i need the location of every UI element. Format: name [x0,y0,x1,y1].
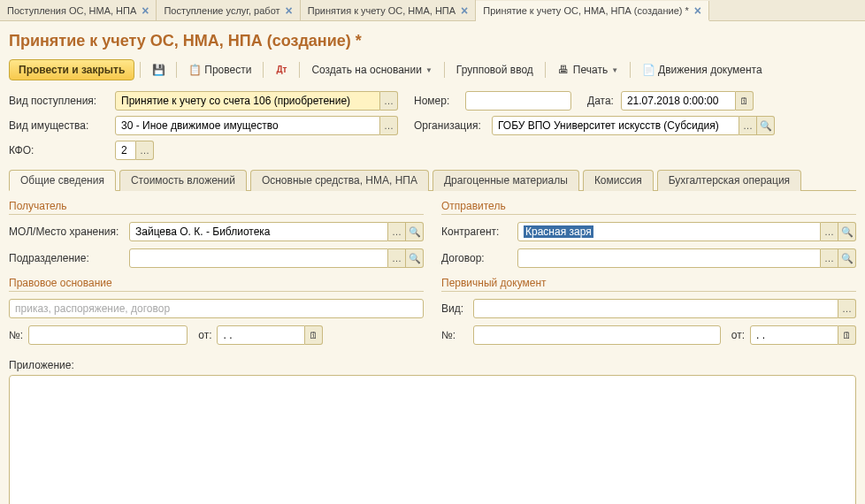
inner-tab-precious[interactable]: Драгоценные материалы [432,170,579,191]
legal-basis-input[interactable] [9,299,424,318]
dt-kt-button[interactable]: Дт [269,60,294,80]
separator [140,62,141,78]
select-button[interactable]: … [380,116,398,135]
printer-icon: 🖶 [557,64,570,76]
open-button[interactable]: 🔍 [838,248,856,268]
tab-label: Поступление услуг, работ [164,5,279,16]
select-button[interactable]: … [380,91,398,111]
primary-vid-input[interactable] [473,299,838,318]
post-label: Провести [204,64,251,76]
dtkt-icon: Дт [275,64,287,76]
date-input[interactable] [621,91,736,111]
separator [176,62,177,78]
create-based-button[interactable]: Создать на основании ▼ [305,60,438,80]
calendar-button[interactable]: 🗓 [305,325,323,345]
window-tabbar: Поступления ОС, НМА, НПА × Поступление у… [0,0,865,21]
chevron-down-icon: ▼ [425,66,432,74]
legal-group: Правовое основание [9,277,424,292]
post-and-close-button[interactable]: Провести и закрыть [9,59,134,80]
separator [444,62,445,78]
vid-postupleniya-input[interactable] [115,91,380,111]
separator [630,62,631,78]
tab-item[interactable]: Поступление услуг, работ × [157,0,300,20]
select-button[interactable]: … [821,222,838,241]
primary-ot-label: от: [731,329,745,341]
movements-label: Движения документа [658,64,762,76]
legal-num-label: №: [9,329,23,341]
separator [545,62,546,78]
dogovor-label: Договор: [441,252,512,264]
close-icon[interactable]: × [286,4,293,18]
create-based-label: Создать на основании [311,64,422,76]
inner-tab-assets[interactable]: Основные средства, НМА, НПА [250,170,429,191]
recipient-group: Получатель [9,200,424,215]
close-icon[interactable]: × [142,4,149,18]
post-button[interactable]: 📋 Провести [182,60,257,80]
movements-button[interactable]: 📄 Движения документа [636,60,769,80]
vid-imushestva-input[interactable] [115,116,380,135]
document-icon: 📄 [642,64,654,76]
sender-group: Отправитель [441,200,856,215]
date-label: Дата: [587,95,614,107]
select-button[interactable]: … [838,299,856,318]
vid-imushestva-label: Вид имущества: [9,119,108,132]
select-button[interactable]: … [388,248,406,268]
kontr-label: Контрагент: [441,225,512,238]
podr-input[interactable] [129,248,388,268]
chevron-down-icon: ▼ [611,66,618,74]
calendar-button[interactable]: 🗓 [838,325,856,345]
calendar-button[interactable]: 🗓 [736,91,754,111]
nomer-input[interactable] [465,91,571,111]
select-button[interactable]: … [739,116,757,135]
close-icon[interactable]: × [461,4,468,18]
tab-item[interactable]: Принятия к учету ОС, НМА, НПА × [301,0,477,20]
calendar-icon: 🗓 [309,330,318,340]
legal-num-input[interactable] [28,325,188,345]
org-label: Организация: [414,119,485,132]
inner-tabbar: Общие сведения Стоимость вложений Основн… [9,169,856,191]
tab-item-active[interactable]: Принятие к учету ОС, НМА, НПА (создание)… [476,1,709,21]
legal-date-input[interactable] [217,325,305,345]
group-input-button[interactable]: Групповой ввод [450,60,540,80]
close-icon[interactable]: × [694,4,701,18]
primary-num-input[interactable] [473,325,721,345]
select-button[interactable]: … [821,248,838,268]
kfo-label: КФО: [9,144,108,157]
open-button[interactable]: 🔍 [757,116,775,135]
primary-date-input[interactable] [750,325,838,345]
toolbar: Провести и закрыть 💾 📋 Провести Дт Созда… [9,59,856,80]
attachment-area[interactable] [9,375,856,504]
save-button[interactable]: 💾 [146,60,171,80]
calendar-icon: 🗓 [739,95,749,106]
print-button[interactable]: 🖶 Печать ▼ [551,60,624,80]
floppy-icon: 💾 [152,64,165,76]
inner-tab-accounting[interactable]: Бухгалтерская операция [657,170,801,191]
open-button[interactable]: 🔍 [406,248,424,268]
magnifier-icon: 🔍 [841,253,854,264]
inner-tab-cost[interactable]: Стоимость вложений [119,170,247,191]
select-button[interactable]: … [136,141,154,160]
magnifier-icon: 🔍 [760,120,772,132]
podr-label: Подразделение: [9,252,124,264]
kfo-input[interactable] [115,141,136,160]
magnifier-icon: 🔍 [841,226,854,238]
separator [263,62,264,78]
primary-vid-label: Вид: [441,302,468,315]
inner-tab-general[interactable]: Общие сведения [9,170,116,191]
open-button[interactable]: 🔍 [406,222,424,241]
tab-item[interactable]: Поступления ОС, НМА, НПА × [0,0,157,20]
mol-label: МОЛ/Место хранения: [9,225,124,238]
post-icon: 📋 [188,64,201,76]
mol-input[interactable] [129,222,388,241]
primary-doc-group: Первичный документ [441,277,856,292]
page-title: Принятие к учету ОС, НМА, НПА (создание)… [9,32,856,50]
open-button[interactable]: 🔍 [838,222,856,241]
kontr-input-value[interactable]: Красная заря [524,225,593,238]
org-input[interactable] [492,116,739,135]
select-button[interactable]: … [388,222,406,241]
tab-label: Принятие к учету ОС, НМА, НПА (создание)… [483,5,689,16]
primary-num-label: №: [441,329,468,341]
inner-tab-commission[interactable]: Комиссия [583,170,654,191]
dogovor-input[interactable] [517,248,821,268]
tab-label: Принятия к учету ОС, НМА, НПА [308,5,455,16]
